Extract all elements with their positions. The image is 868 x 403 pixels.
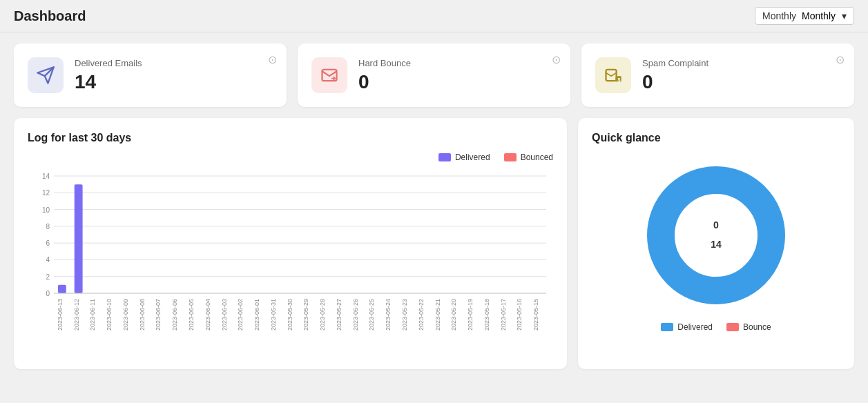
hard-bounce-card: Hard Bounce 0 ⊙: [298, 43, 570, 107]
svg-text:2023-06-07: 2023-06-07: [155, 299, 162, 331]
delivered-emails-info-icon: ⊙: [268, 53, 277, 66]
svg-text:2023-05-30: 2023-05-30: [287, 299, 293, 331]
svg-text:2023-05-29: 2023-05-29: [302, 299, 309, 331]
spam-icon: $: [604, 66, 623, 85]
donut-legend-bounce-label: Bounce: [743, 322, 771, 332]
donut-legend-delivered: Delivered: [661, 322, 713, 332]
donut-legend-delivered-label: Delivered: [677, 322, 713, 332]
svg-text:2023-05-17: 2023-05-17: [500, 299, 507, 331]
paper-plane-icon: [36, 66, 55, 85]
delivered-emails-icon-bg: [28, 57, 64, 93]
chart-title: Log for last 30 days: [28, 132, 553, 144]
svg-text:4: 4: [46, 256, 50, 264]
svg-text:2023-05-18: 2023-05-18: [483, 299, 490, 331]
period-selector[interactable]: Monthly Monthly Weekly Daily ▾: [755, 7, 854, 25]
page-header: Dashboard Monthly Monthly Weekly Daily ▾: [0, 0, 868, 32]
stat-cards-row: Delivered Emails 14 ⊙ Hard Bounce 0 ⊙: [14, 43, 854, 107]
svg-text:2023-05-31: 2023-05-31: [270, 299, 277, 331]
svg-text:2023-05-24: 2023-05-24: [385, 299, 392, 331]
donut-center-top: 0: [713, 219, 719, 230]
svg-text:2023-05-19: 2023-05-19: [467, 299, 474, 331]
svg-text:0: 0: [46, 290, 50, 297]
spam-complaint-icon-bg: $: [595, 57, 631, 93]
svg-rect-22: [75, 184, 83, 293]
legend-delivered: Delivered: [438, 153, 490, 162]
donut-legend-bounce-dot: [726, 323, 739, 331]
period-label: Monthly: [762, 10, 796, 21]
hard-bounce-info-icon: ⊙: [552, 53, 561, 66]
svg-rect-20: [58, 285, 66, 293]
svg-text:2023-05-25: 2023-05-25: [368, 299, 375, 331]
hard-bounce-icon-bg: [311, 57, 347, 93]
delivered-emails-card: Delivered Emails 14 ⊙: [14, 43, 287, 107]
delivered-emails-value: 14: [75, 71, 142, 93]
svg-text:2023-06-13: 2023-06-13: [57, 299, 64, 331]
svg-text:2023-06-12: 2023-06-12: [73, 299, 80, 331]
bottom-row: Log for last 30 days Delivered Bounced 0…: [14, 118, 854, 369]
svg-text:2023-06-02: 2023-06-02: [237, 299, 244, 331]
svg-text:2023-05-16: 2023-05-16: [516, 299, 523, 331]
spam-complaint-card: $ Spam Complaint 0 ⊙: [581, 43, 854, 107]
svg-text:2023-06-06: 2023-06-06: [171, 299, 178, 331]
donut-chart-svg: 0 14: [640, 159, 792, 311]
donut-center-bottom: 14: [711, 239, 722, 250]
period-dropdown[interactable]: Monthly Weekly Daily: [802, 10, 836, 21]
page-title: Dashboard: [14, 8, 86, 24]
spam-complaint-info-icon: ⊙: [836, 53, 845, 66]
donut-title: Quick glance: [592, 132, 840, 144]
bar-chart-svg: 024681012142023-06-132023-06-122023-06-1…: [28, 169, 553, 355]
legend-bounced-label: Bounced: [521, 153, 553, 162]
svg-text:$: $: [617, 77, 620, 83]
donut-legend-delivered-dot: [661, 323, 673, 331]
hard-bounce-label: Hard Bounce: [358, 58, 411, 68]
hard-bounce-text: Hard Bounce 0: [358, 58, 411, 93]
legend-delivered-label: Delivered: [455, 153, 490, 162]
delivered-emails-label: Delivered Emails: [75, 58, 142, 68]
svg-text:2023-05-27: 2023-05-27: [336, 299, 343, 331]
svg-text:2: 2: [46, 273, 50, 281]
svg-text:12: 12: [42, 189, 50, 197]
svg-text:10: 10: [42, 206, 50, 214]
svg-text:2023-05-20: 2023-05-20: [450, 299, 457, 331]
spam-complaint-value: 0: [642, 71, 708, 93]
svg-text:2023-06-10: 2023-06-10: [106, 299, 113, 331]
svg-text:8: 8: [46, 223, 50, 230]
delivered-emails-text: Delivered Emails 14: [75, 58, 142, 93]
svg-text:2023-05-28: 2023-05-28: [319, 299, 326, 331]
donut-legend-bounce: Bounce: [726, 322, 771, 332]
donut-area: 0 14 Delivered Bounce: [592, 153, 840, 332]
svg-text:2023-06-03: 2023-06-03: [221, 299, 228, 331]
svg-rect-1: [606, 70, 617, 81]
svg-text:14: 14: [42, 173, 50, 180]
svg-point-54: [678, 197, 754, 273]
svg-text:6: 6: [46, 239, 50, 247]
spam-complaint-text: Spam Complaint 0: [642, 58, 708, 93]
svg-text:2023-06-08: 2023-06-08: [139, 299, 146, 331]
svg-text:2023-06-01: 2023-06-01: [253, 299, 260, 331]
spam-complaint-label: Spam Complaint: [642, 58, 708, 68]
chevron-down-icon: ▾: [842, 10, 847, 21]
svg-text:2023-06-09: 2023-06-09: [122, 299, 129, 331]
svg-text:2023-05-26: 2023-05-26: [352, 299, 359, 331]
chart-area: 024681012142023-06-132023-06-122023-06-1…: [28, 169, 553, 355]
legend-bounced-dot: [504, 153, 517, 161]
bar-chart-card: Log for last 30 days Delivered Bounced 0…: [14, 118, 567, 369]
donut-card: Quick glance 0 14 Delivered: [578, 118, 854, 369]
legend-bounced: Bounced: [504, 153, 553, 162]
hard-bounce-value: 0: [358, 71, 411, 93]
svg-text:2023-05-15: 2023-05-15: [532, 299, 539, 331]
legend-delivered-dot: [438, 153, 451, 161]
main-content: Delivered Emails 14 ⊙ Hard Bounce 0 ⊙: [0, 32, 868, 380]
svg-text:2023-05-23: 2023-05-23: [401, 299, 408, 331]
donut-legend: Delivered Bounce: [661, 322, 771, 332]
bounce-mail-icon: [320, 66, 339, 85]
chart-legend: Delivered Bounced: [28, 153, 553, 162]
svg-text:2023-05-21: 2023-05-21: [434, 299, 441, 331]
svg-text:2023-05-22: 2023-05-22: [418, 299, 425, 331]
svg-text:2023-06-04: 2023-06-04: [204, 299, 211, 331]
svg-text:2023-06-11: 2023-06-11: [89, 299, 96, 331]
svg-text:2023-06-05: 2023-06-05: [188, 299, 195, 331]
